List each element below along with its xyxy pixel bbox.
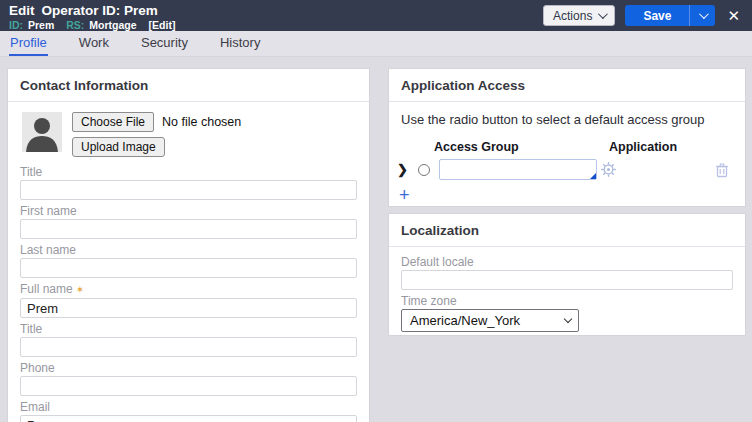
application-access-panel-title: Application Access [389, 69, 745, 102]
add-row-container: + [397, 187, 733, 205]
contact-panel-title: Contact Information [8, 69, 369, 102]
upload-image-button[interactable]: Upload Image [72, 137, 165, 157]
close-button[interactable]: ✕ [725, 8, 742, 23]
first-name-input[interactable] [20, 219, 357, 239]
choose-file-button[interactable]: Choose File [72, 112, 154, 132]
expand-row-icon[interactable]: ❯ [397, 162, 411, 177]
id-value: Prem [28, 19, 54, 31]
rs-label: RS: [66, 19, 84, 31]
field-first-name: First name [20, 204, 357, 239]
application-access-panel: Application Access Use the radio button … [388, 68, 746, 207]
avatar-row: Choose File No file chosen Upload Image [22, 112, 355, 157]
field-phone: Phone [20, 361, 357, 396]
tab-history[interactable]: History [219, 31, 261, 56]
add-access-group-button[interactable]: + [397, 187, 412, 203]
chevron-down-icon [699, 9, 709, 19]
field-title-1: Title [20, 165, 357, 200]
save-split-button: Save [625, 5, 715, 26]
timezone-select-wrap: America/New_York [401, 309, 579, 332]
last-name-input[interactable] [20, 258, 357, 278]
actions-button[interactable]: Actions [543, 5, 615, 26]
field-full-name: Full name✶ [20, 282, 357, 318]
title2-input[interactable] [20, 337, 357, 357]
field-title-2: Title [20, 322, 357, 357]
field-default-locale: Default locale [401, 255, 733, 290]
person-silhouette-icon [22, 112, 62, 152]
field-label: Phone [20, 361, 357, 375]
tab-profile[interactable]: Profile [9, 31, 48, 56]
application-access-body: Use the radio button to select a default… [389, 102, 745, 213]
save-button[interactable]: Save [625, 5, 689, 26]
field-label: Last name [20, 243, 357, 257]
page-title: EditOperator ID: Prem [9, 3, 175, 18]
autocomplete-corner-icon [590, 173, 596, 179]
phone-input[interactable] [20, 376, 357, 396]
avatar [22, 112, 62, 152]
no-file-chosen-text: No file chosen [162, 115, 241, 129]
delete-row-button[interactable] [715, 162, 729, 178]
default-locale-input[interactable] [401, 270, 733, 290]
record-meta: ID:PremRS:Mortgage[Edit] [9, 19, 175, 31]
header-actions: Actions Save ✕ [543, 3, 742, 26]
chevron-down-icon [598, 9, 608, 19]
timezone-select[interactable]: America/New_York [401, 309, 579, 332]
trash-icon [715, 162, 729, 178]
gear-icon [601, 162, 616, 177]
column-header-access-group: Access Group [434, 140, 609, 154]
content-area: Contact Information Choose File No file … [0, 57, 752, 422]
default-access-group-radio[interactable] [418, 164, 430, 176]
field-label: Default locale [401, 255, 733, 269]
edit-ruleset-link[interactable]: [Edit] [149, 19, 176, 31]
field-label: Title [20, 165, 357, 179]
title-input[interactable] [20, 180, 357, 200]
access-grid-header: Access Group Application [397, 140, 733, 154]
file-controls: Choose File No file chosen Upload Image [72, 112, 241, 157]
configure-access-group-button[interactable] [601, 162, 616, 177]
field-label: Time zone [401, 294, 733, 308]
rs-value: Mortgage [89, 19, 136, 31]
tab-security[interactable]: Security [140, 31, 189, 56]
tab-bar: Profile Work Security History [0, 31, 752, 57]
field-label: Full name✶ [20, 282, 357, 297]
field-last-name: Last name [20, 243, 357, 278]
field-label: Title [20, 322, 357, 336]
window-header: EditOperator ID: Prem ID:PremRS:Mortgage… [0, 0, 752, 31]
localization-panel-title: Localization [389, 214, 745, 247]
title-edit-word: Edit [9, 3, 35, 18]
access-group-input[interactable] [439, 159, 597, 180]
access-group-instruction: Use the radio button to select a default… [401, 112, 733, 127]
field-time-zone: Time zone America/New_York [401, 294, 733, 332]
column-header-application: Application [609, 140, 677, 154]
access-group-row: ❯ [397, 159, 733, 180]
title-main: Operator ID: Prem [42, 3, 158, 18]
field-email: Email [20, 400, 357, 422]
access-group-input-wrap [439, 159, 597, 180]
email-input[interactable] [20, 415, 357, 422]
contact-information-panel: Contact Information Choose File No file … [7, 68, 370, 422]
save-menu-button[interactable] [689, 5, 715, 26]
required-asterisk: ✶ [76, 284, 84, 295]
full-name-input[interactable] [20, 298, 357, 318]
full-name-label-text: Full name [20, 282, 73, 296]
field-label: First name [20, 204, 357, 218]
id-label: ID: [9, 19, 23, 31]
grid-header-spacer [397, 140, 434, 154]
contact-panel-body: Choose File No file chosen Upload Image … [8, 102, 369, 422]
actions-button-label: Actions [553, 9, 592, 23]
tab-work[interactable]: Work [78, 31, 110, 56]
title-block: EditOperator ID: Prem ID:PremRS:Mortgage… [9, 3, 175, 31]
field-label: Email [20, 400, 357, 414]
localization-panel: Localization Default locale Time zone Am… [388, 213, 746, 336]
file-input-row: Choose File No file chosen [72, 112, 241, 132]
localization-body: Default locale Time zone America/New_Yor… [389, 247, 745, 344]
